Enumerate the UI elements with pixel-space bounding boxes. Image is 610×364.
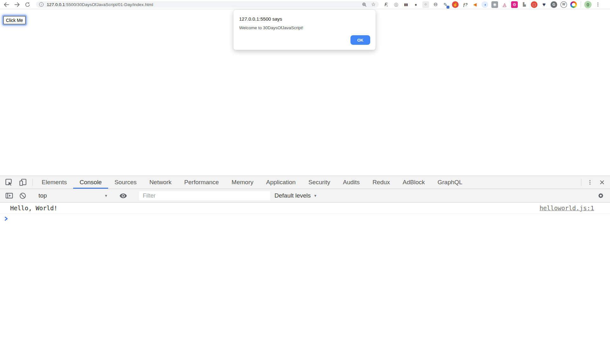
eyedropper-icon[interactable]: ✎ xyxy=(442,1,449,8)
console-message-text: Hello, World! xyxy=(10,205,58,212)
alert-title: 127.0.0.1:5500 says xyxy=(239,16,370,22)
console-prompt-chevron-icon xyxy=(4,216,9,223)
tabbar-separator xyxy=(32,179,33,186)
devtools-close-icon[interactable] xyxy=(596,176,608,189)
console-message-row: Hello, World!helloworld.js:1 xyxy=(0,203,610,214)
adblock-hand-icon[interactable]: ☝ xyxy=(452,1,459,8)
click-me-button[interactable]: Click Me xyxy=(3,16,26,24)
pause-bars-icon[interactable]: ▮▮ xyxy=(403,1,409,8)
tab-graphql[interactable]: GraphQL xyxy=(431,176,469,189)
w-circle-icon[interactable]: W xyxy=(560,1,567,8)
fn-question-icon-glyph: ƒ? xyxy=(463,3,467,7)
bookmark-star-icon[interactable]: ☆ xyxy=(371,2,376,7)
dash-circle-icon-glyph: ⊖ xyxy=(433,2,438,7)
bug-icon[interactable]: ● xyxy=(412,1,419,8)
formatter-icon-glyph: F, xyxy=(385,2,388,7)
swirl-icon[interactable]: ◑ xyxy=(482,1,488,8)
puzzle-icon-glyph: ❖ xyxy=(424,3,427,6)
zoom-icon[interactable] xyxy=(362,2,367,7)
megaphone-icon[interactable]: ◀ xyxy=(472,1,478,8)
fn-question-icon[interactable]: ƒ? xyxy=(462,1,468,8)
chevron-down-icon: ▼ xyxy=(104,194,108,198)
tab-sources[interactable]: Sources xyxy=(108,176,143,189)
formatter-icon[interactable]: F, xyxy=(383,1,390,8)
extensions-bar: F,◎▮▮●❖⊖✎☝ƒ?◀◑◉◬⚙▙▢♥GW xyxy=(383,1,577,8)
alert-dialog: 127.0.0.1:5500 says Welcome to 30DaysOfJ… xyxy=(233,10,376,50)
megaphone-icon-glyph: ◀ xyxy=(473,2,477,7)
profile-avatar[interactable]: {} xyxy=(584,1,592,8)
w-circle-icon-glyph: W xyxy=(562,3,565,6)
devtools-tabs: ElementsConsoleSourcesNetworkPerformance… xyxy=(35,176,469,189)
target-icon[interactable]: ◎ xyxy=(393,1,399,8)
camera-icon-glyph: ◉ xyxy=(493,3,496,6)
log-levels-dropdown[interactable]: Default levels ▼ xyxy=(274,192,317,199)
tab-application[interactable]: Application xyxy=(260,176,302,189)
site-info-icon[interactable]: i xyxy=(39,2,44,7)
context-selector-value: top xyxy=(38,192,47,199)
settings-gear-icon[interactable] xyxy=(594,190,607,201)
live-expression-eye-icon[interactable] xyxy=(116,190,130,201)
tabbar-right-separator xyxy=(581,179,581,186)
console-sidebar-icon[interactable] xyxy=(3,190,16,201)
page-viewport: Click Me 127.0.0.1:5500 says Welcome to … xyxy=(0,9,610,176)
target-icon-glyph: ◎ xyxy=(394,2,399,7)
apollo-icon-glyph: ◬ xyxy=(503,2,507,7)
console-source-link[interactable]: helloworld.js:1 xyxy=(539,205,594,212)
bug-icon-glyph: ● xyxy=(415,3,417,7)
tab-security[interactable]: Security xyxy=(302,176,337,189)
forward-icon[interactable] xyxy=(13,1,21,8)
url-host: 127.0.0.1 xyxy=(47,2,65,7)
apollo-icon[interactable]: ◬ xyxy=(501,1,508,8)
tab-adblock[interactable]: AdBlock xyxy=(396,176,431,189)
tab-audits[interactable]: Audits xyxy=(336,176,366,189)
browser-toolbar: i 127.0.0.1:5500/30DaysOfJavaScript/01-D… xyxy=(0,0,610,9)
console-messages: Hello, World!helloworld.js:1 xyxy=(0,203,610,214)
alert-ok-button[interactable]: OK xyxy=(350,35,370,45)
clear-console-icon[interactable] xyxy=(16,190,29,201)
blocks-arrow-icon-glyph: ▙ xyxy=(523,3,526,6)
pink-gear-icon-glyph: ⚙ xyxy=(513,3,516,7)
g-circle-icon[interactable]: G xyxy=(551,1,557,8)
camera-icon[interactable]: ◉ xyxy=(491,1,498,8)
tab-memory[interactable]: Memory xyxy=(225,176,260,189)
url-path: :5500/30DaysOfJavaScript/01-Day/index.ht… xyxy=(65,2,153,7)
console-toolbar: top ▼ Default levels ▼ xyxy=(0,189,610,203)
pause-bars-icon-glyph: ▮▮ xyxy=(404,3,408,6)
devtools-panel: ElementsConsoleSourcesNetworkPerformance… xyxy=(0,176,610,225)
context-selector-dropdown[interactable]: top ▼ xyxy=(35,192,111,199)
pink-gear-icon[interactable]: ⚙ xyxy=(511,1,518,8)
console-prompt[interactable] xyxy=(0,214,610,225)
url-text: 127.0.0.1:5500/30DaysOfJavaScript/01-Day… xyxy=(47,2,153,7)
inspect-element-icon[interactable] xyxy=(2,176,16,189)
heart-search-icon[interactable]: ♥ xyxy=(541,1,547,8)
toolbar-separator xyxy=(581,1,581,8)
tab-console[interactable]: Console xyxy=(73,176,108,189)
alert-message: Welcome to 30DaysOfJavaScript! xyxy=(239,25,370,30)
log-levels-value: Default levels xyxy=(274,192,311,199)
chevron-down-icon: ▼ xyxy=(314,194,317,198)
bookmark-circle-icon[interactable]: ▢ xyxy=(531,1,537,8)
g-circle-icon-glyph: G xyxy=(552,3,555,6)
puzzle-icon[interactable]: ❖ xyxy=(422,1,429,8)
tab-redux[interactable]: Redux xyxy=(366,176,396,189)
device-toolbar-icon[interactable] xyxy=(16,176,30,189)
bookmark-circle-icon-glyph: ▢ xyxy=(532,3,536,6)
console-filter-input[interactable] xyxy=(139,191,270,200)
color-wheel-icon[interactable] xyxy=(570,1,577,8)
browser-menu-icon[interactable] xyxy=(595,2,601,7)
dash-circle-icon[interactable]: ⊖ xyxy=(432,1,439,8)
reload-icon[interactable] xyxy=(24,1,31,8)
devtools-tabbar: ElementsConsoleSourcesNetworkPerformance… xyxy=(0,176,610,189)
tab-network[interactable]: Network xyxy=(143,176,178,189)
back-icon[interactable] xyxy=(3,1,10,8)
devtools-menu-icon[interactable] xyxy=(584,176,596,189)
tab-performance[interactable]: Performance xyxy=(178,176,225,189)
swirl-icon-glyph: ◑ xyxy=(484,3,486,7)
address-bar[interactable]: i 127.0.0.1:5500/30DaysOfJavaScript/01-D… xyxy=(36,1,379,8)
tab-elements[interactable]: Elements xyxy=(35,176,73,189)
blocks-arrow-icon[interactable]: ▙ xyxy=(521,1,528,8)
tabbar-spacer xyxy=(469,176,579,189)
heart-search-icon-glyph: ♥ xyxy=(542,2,545,7)
adblock-hand-icon-glyph: ☝ xyxy=(453,3,458,6)
